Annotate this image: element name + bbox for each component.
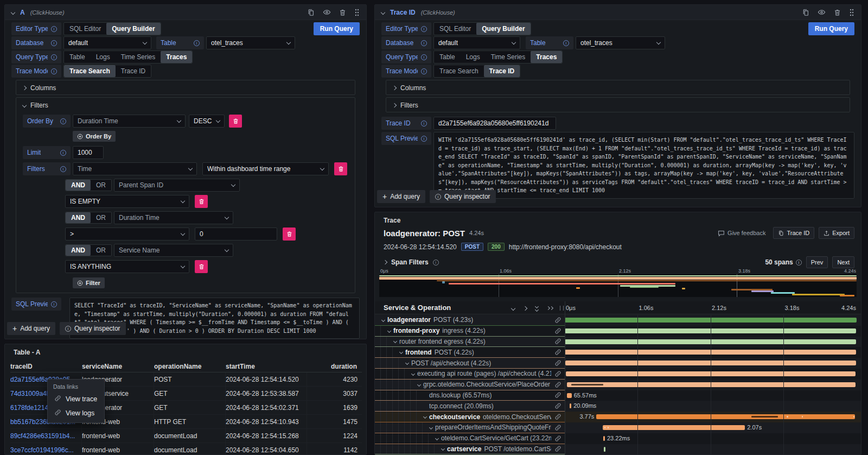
database-select[interactable]: default [433, 36, 520, 49]
span-name-cell[interactable]: prepareOrderItemsAndShippingQuoteFromCar… [375, 422, 565, 433]
option-and[interactable]: AND [66, 245, 91, 256]
trace-id-link[interactable]: 3ce7ccfc01941996c... [10, 443, 82, 455]
drag-handle-icon[interactable] [849, 9, 854, 16]
expand-all-icon[interactable] [547, 307, 553, 309]
filters-section-header[interactable]: Filters [23, 101, 348, 109]
query-inspector-button[interactable]: Query inspector [430, 190, 496, 203]
option-query-builder[interactable]: Query Builder [476, 23, 530, 35]
remove-filter-button[interactable] [195, 260, 208, 273]
collapse-all-icon[interactable] [535, 305, 538, 311]
span-duration-bar[interactable] [570, 403, 572, 408]
option-logs[interactable]: Logs [91, 51, 116, 63]
eye-icon[interactable] [818, 8, 826, 16]
option-trace-search[interactable]: Trace Search [434, 65, 484, 77]
span-row[interactable]: prepareOrderItemsAndShippingQuoteFromCar… [375, 422, 861, 433]
span-duration-bar[interactable] [603, 436, 605, 441]
limit-input[interactable]: 1000 [73, 146, 104, 159]
trace-id-input[interactable]: d2a7155ef6a928a05680e5ff6190241d [433, 117, 556, 130]
span-link-icon[interactable] [551, 338, 565, 345]
option-time-series[interactable]: Time Series [486, 51, 531, 63]
column-header[interactable]: traceID [10, 361, 82, 372]
order-by-field-select[interactable]: Duration Time [73, 115, 186, 128]
data-link-view-logs[interactable]: View logs [48, 406, 104, 420]
give-feedback-button[interactable]: Give feedback [714, 229, 769, 237]
option-table[interactable]: Table [434, 51, 461, 63]
chevron-down-icon[interactable] [411, 372, 415, 376]
chevron-right-icon[interactable] [383, 260, 387, 264]
span-name-cell[interactable]: executing api route (pages) /api/checkou… [375, 369, 565, 380]
span-link-icon[interactable] [551, 391, 565, 399]
span-link-icon[interactable] [551, 327, 565, 334]
option-or[interactable]: OR [91, 212, 111, 223]
column-header[interactable]: operationName [154, 361, 226, 372]
span-link-icon[interactable] [551, 381, 565, 388]
table-row[interactable]: 89cf4286e631591b4...frontend-webdocument… [10, 429, 362, 443]
option-query-builder[interactable]: Query Builder [106, 23, 160, 35]
chevron-down-icon[interactable] [393, 339, 397, 343]
run-query-button[interactable]: Run Query [314, 22, 360, 35]
prev-button[interactable]: Prev [806, 256, 828, 268]
chevron-down-icon[interactable] [441, 447, 445, 451]
trash-icon[interactable] [339, 9, 346, 16]
span-link-icon[interactable] [551, 317, 565, 324]
span-link-icon[interactable] [551, 445, 565, 452]
span-duration-bar[interactable] [565, 339, 856, 344]
run-query-button[interactable]: Run Query [808, 22, 854, 35]
filter-field-select[interactable]: Service Name [114, 244, 233, 257]
option-trace-id[interactable]: Trace ID [484, 65, 520, 77]
add-query-button[interactable]: +Add query [377, 190, 425, 203]
span-duration-bar[interactable] [603, 425, 745, 430]
collapse-chevron-icon[interactable] [11, 10, 15, 14]
next-button[interactable]: Next [832, 256, 854, 268]
trash-icon[interactable] [834, 9, 841, 16]
option-logs[interactable]: Logs [461, 51, 486, 63]
span-link-icon[interactable] [551, 349, 565, 356]
span-row[interactable]: checkoutserviceoteldemo.CheckoutService/… [375, 412, 861, 422]
collapse-one-icon[interactable] [511, 306, 515, 310]
filter-field-select[interactable]: Time [73, 162, 197, 175]
span-row[interactable]: router frontend egress (4.22s) [375, 337, 861, 347]
span-row[interactable]: tcp.connect (20.09ms)20.09ms [375, 401, 861, 412]
chevron-down-icon[interactable] [387, 329, 391, 333]
span-row[interactable]: POST /api/checkout (4.22s) [375, 358, 861, 369]
add-filter-button[interactable]: Filter [73, 277, 105, 288]
column-divider[interactable] [565, 301, 565, 454]
remove-filter-button[interactable] [334, 162, 347, 175]
columns-section-header[interactable]: Columns [23, 84, 348, 92]
span-name-cell[interactable]: checkoutserviceoteldemo.CheckoutService/… [375, 412, 565, 422]
export-button[interactable]: Export [819, 227, 854, 239]
span-link-icon[interactable] [551, 424, 565, 431]
span-row[interactable]: dns.lookup (65.57ms)65.57ms [375, 390, 861, 401]
table-select[interactable]: otel_traces [206, 36, 295, 49]
span-row[interactable]: cartservicePOST /oteldemo.CartService/Ge… [375, 444, 861, 454]
option-table[interactable]: Table [64, 51, 91, 63]
remove-order-by-button[interactable] [229, 115, 242, 128]
span-filters-label[interactable]: Span Filters [391, 258, 429, 266]
option-trace-search[interactable]: Trace Search [64, 65, 116, 77]
chevron-down-icon[interactable] [417, 383, 421, 387]
trace-minimap[interactable] [379, 274, 857, 297]
chevron-down-icon[interactable] [429, 426, 433, 429]
span-name-cell[interactable]: dns.lookup (65.57ms) [375, 390, 565, 401]
option-and[interactable]: AND [66, 212, 91, 223]
chevron-down-icon[interactable] [435, 437, 439, 440]
span-name-cell[interactable]: oteldemo.CartService/GetCart (23.22ms) [375, 433, 565, 444]
chevron-down-icon[interactable] [405, 361, 409, 365]
span-link-icon[interactable] [551, 413, 565, 420]
filters-section-header[interactable]: Filters [393, 101, 843, 109]
filter-operator-select[interactable]: IS ANYTHING [65, 260, 189, 273]
span-duration-bar[interactable] [565, 328, 856, 333]
option-traces[interactable]: Traces [531, 51, 562, 63]
columns-section-header[interactable]: Columns [393, 84, 843, 92]
span-duration-bar[interactable] [596, 414, 855, 419]
data-link-view-trace[interactable]: View trace [48, 392, 104, 406]
span-duration-bar[interactable] [567, 393, 572, 398]
filter-value-input[interactable]: 0 [195, 228, 277, 241]
option-time-series[interactable]: Time Series [116, 51, 161, 63]
collapse-chevron-icon[interactable] [381, 10, 385, 14]
add-query-button[interactable]: +Add query [7, 322, 55, 335]
option-and[interactable]: AND [66, 180, 91, 191]
trace-id-button[interactable]: Trace ID [773, 227, 814, 239]
option-sql-editor[interactable]: SQL Editor [64, 23, 106, 35]
span-link-icon[interactable] [551, 435, 565, 442]
